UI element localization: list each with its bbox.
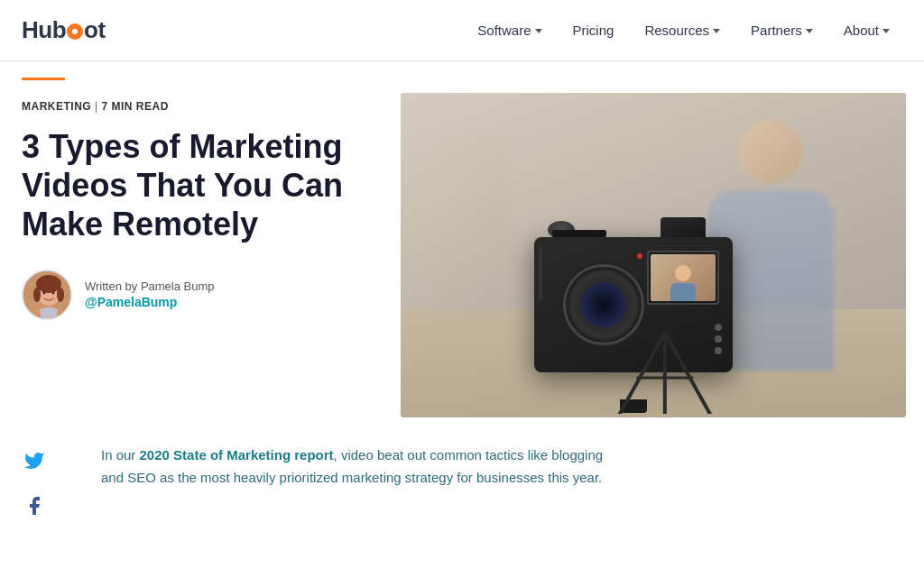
- main-nav: Software Pricing Resources Partners Abou…: [465, 15, 902, 45]
- nav-pricing[interactable]: Pricing: [560, 15, 627, 45]
- avatar: [22, 270, 72, 320]
- author-twitter-link[interactable]: @PamelaBump: [85, 295, 215, 309]
- chevron-down-icon: [535, 29, 542, 33]
- logo[interactable]: Hubot: [22, 16, 106, 44]
- screen-person-head: [675, 265, 691, 281]
- category-label: MARKETING | 7 MIN READ: [22, 100, 365, 113]
- facebook-share-button[interactable]: [22, 493, 47, 518]
- logo-icon: [67, 23, 83, 40]
- article-quote: In our 2020 State of Marketing report, v…: [65, 444, 624, 490]
- screen-person-body: [670, 283, 696, 301]
- nav-about[interactable]: About: [831, 15, 902, 45]
- svg-point-3: [33, 288, 41, 302]
- orange-divider: [22, 78, 65, 80]
- social-icons: [22, 444, 47, 518]
- nav-software[interactable]: Software: [465, 15, 554, 45]
- chevron-down-icon: [713, 29, 720, 33]
- svg-point-7: [52, 291, 55, 294]
- logo-ot: ot: [84, 16, 106, 43]
- nav-partners[interactable]: Partners: [738, 15, 826, 45]
- author-photo: [23, 271, 72, 320]
- camera-lens-inner: [581, 282, 626, 327]
- author-info: Written by Pamela Bump @PamelaBump: [85, 279, 215, 309]
- twitter-icon: [23, 450, 45, 472]
- site-header: Hubot Software Pricing Resources Partner…: [0, 0, 924, 61]
- right-panel: [401, 93, 906, 417]
- bottom-section: In our 2020 State of Marketing report, v…: [0, 417, 924, 536]
- svg-line-8: [620, 333, 665, 414]
- author-row: Written by Pamela Bump @PamelaBump: [22, 270, 365, 320]
- svg-point-2: [36, 275, 61, 293]
- camera-screen-content: [651, 254, 716, 301]
- nav-resources[interactable]: Resources: [632, 15, 733, 45]
- camera-scene: [401, 93, 906, 417]
- content-wrapper: MARKETING | 7 MIN READ 3 Types of Market…: [0, 93, 924, 417]
- quote-highlight[interactable]: 2020 State of Marketing report: [140, 447, 334, 463]
- camera-hotshoe: [552, 230, 606, 237]
- camera-screen-figure: [670, 265, 696, 301]
- facebook-icon: [23, 495, 45, 517]
- camera-lcd-screen: [647, 251, 719, 305]
- camera-strap: [539, 246, 542, 300]
- chevron-down-icon: [806, 29, 813, 33]
- hero-image: [401, 93, 906, 417]
- svg-line-9: [665, 333, 710, 414]
- tripod: [593, 324, 737, 414]
- author-written-by: Written by Pamela Bump: [85, 279, 215, 293]
- twitter-share-button[interactable]: [22, 448, 47, 473]
- svg-point-6: [43, 291, 46, 294]
- logo-hub: Hub: [22, 16, 66, 43]
- chevron-down-icon: [882, 29, 890, 33]
- svg-point-4: [57, 288, 64, 302]
- article-title: 3 Types of Marketing Videos That You Can…: [22, 127, 365, 244]
- left-panel: MARKETING | 7 MIN READ 3 Types of Market…: [22, 93, 365, 338]
